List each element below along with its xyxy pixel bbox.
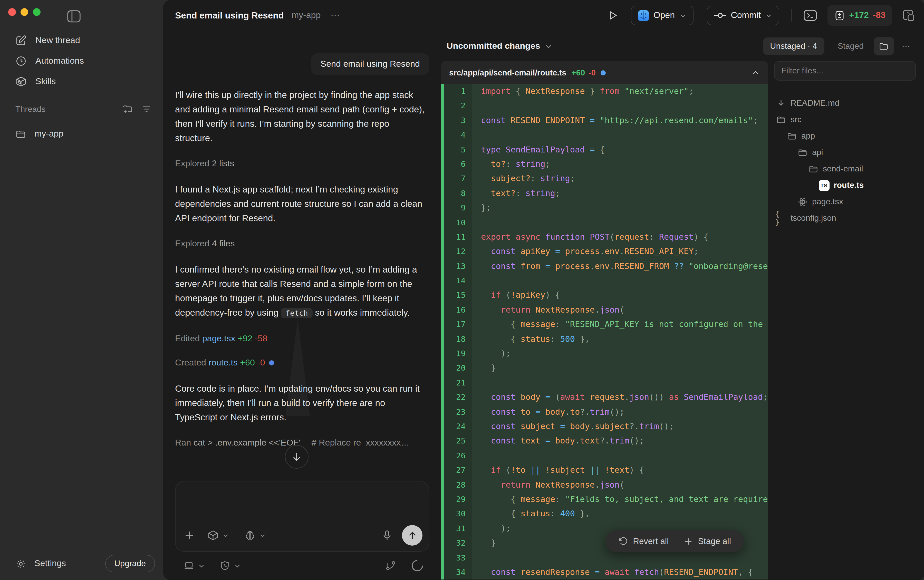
line-number: 21 xyxy=(441,376,472,391)
tree-item-tsconfig.json[interactable]: { }tsconfig.json xyxy=(774,210,916,226)
activity-line: Edited page.tsx +92 -58 xyxy=(175,333,429,344)
code-line: 25 const text = body.text?.trim(); xyxy=(441,434,768,448)
line-number: 28 xyxy=(441,478,472,492)
chevron-down-icon xyxy=(234,562,241,569)
code-line: 8 text?: string; xyxy=(441,186,768,201)
unstaged-tab[interactable]: Unstaged · 4 xyxy=(763,38,824,55)
new-folder-icon[interactable] xyxy=(122,104,133,114)
tree-item-src[interactable]: src xyxy=(774,111,916,128)
sidebar-item-new-thread[interactable]: New thread xyxy=(0,30,163,51)
line-number: 14 xyxy=(441,274,472,288)
git-branch-icon[interactable] xyxy=(385,560,396,571)
changes-region: Uncommitted changes Unstaged · 4 Staged xyxy=(441,31,924,580)
file-view-toggle[interactable] xyxy=(873,37,894,56)
code-text: const subject = body.subject?.trim(); xyxy=(472,419,768,434)
sidebar-item-automations[interactable]: Automations xyxy=(0,51,163,71)
agent-selector[interactable] xyxy=(219,560,241,571)
code-line: 34 const resendResponse = await fetch(RE… xyxy=(441,565,768,580)
upgrade-button[interactable]: Upgrade xyxy=(105,555,155,572)
filter-threads-icon[interactable] xyxy=(141,104,152,114)
text-run: 2 lists xyxy=(212,158,234,168)
line-number: 15 xyxy=(441,288,472,303)
attach-plus-icon[interactable] xyxy=(184,530,195,541)
environment-selector[interactable] xyxy=(183,560,205,571)
commit-button[interactable]: Commit xyxy=(707,6,779,25)
mic-icon[interactable] xyxy=(381,530,393,541)
activity-line: Explored 2 lists xyxy=(175,158,429,170)
zoom-window-button[interactable] xyxy=(33,8,41,16)
folder-icon xyxy=(797,147,808,158)
filter-files-input[interactable] xyxy=(774,61,916,81)
code-diff-area: 1import { NextResponse } from "next/serv… xyxy=(441,84,768,580)
file-link[interactable]: route.ts xyxy=(208,358,237,367)
braces-glyph: { } xyxy=(775,210,786,226)
send-button[interactable] xyxy=(402,525,422,545)
folder-icon xyxy=(879,41,889,51)
code-text: { message: "RESEND_API_KEY is not config… xyxy=(472,318,768,332)
sidebar-item-label: Skills xyxy=(35,76,56,87)
code-text: const text = body.text?.trim(); xyxy=(472,434,768,448)
code-text: const apiKey = process.env.RESEND_API_KE… xyxy=(472,245,768,259)
line-number: 25 xyxy=(441,434,472,448)
line-number: 13 xyxy=(441,259,472,274)
diff-stats-badge[interactable]: +172 -83 xyxy=(827,5,892,26)
code-text: export async function POST(request: Requ… xyxy=(472,230,768,245)
settings-button[interactable]: Settings xyxy=(0,558,105,569)
collapse-chevron-icon[interactable] xyxy=(751,69,760,77)
code-line: 3const RESEND_ENDPOINT = "https://api.re… xyxy=(441,114,768,128)
line-number: 4 xyxy=(441,128,472,142)
tree-item-app[interactable]: app xyxy=(774,128,916,144)
new-thread-icon xyxy=(15,35,27,46)
line-number: 10 xyxy=(441,215,472,230)
tree-item-label: README.md xyxy=(791,99,839,108)
tree-item-label: send-email xyxy=(823,164,863,173)
text-run: +92 xyxy=(235,334,252,343)
line-number: 6 xyxy=(441,157,472,172)
code-text: ); xyxy=(472,346,768,361)
reasoning-selector[interactable] xyxy=(244,530,266,541)
line-number: 2 xyxy=(441,99,472,114)
run-icon[interactable] xyxy=(607,10,619,21)
download-icon xyxy=(775,97,786,109)
changes-menu-ellipsis[interactable]: ⋯ xyxy=(902,41,911,51)
code-line: 17 { message: "RESEND_API_KEY is not con… xyxy=(441,318,768,332)
chat-input[interactable] xyxy=(183,489,422,524)
code-line: 6 to?: string; xyxy=(441,157,768,172)
diff-file-header[interactable]: src/app/api/send-email/route.ts +60 -0 xyxy=(441,61,768,84)
model-selector[interactable] xyxy=(208,530,229,541)
user-message-bubble: Send email using Resend xyxy=(311,53,429,75)
settings-label: Settings xyxy=(35,559,66,569)
sidebar-item-skills[interactable]: Skills xyxy=(0,71,163,92)
code-line: 7 subject?: string; xyxy=(441,172,768,186)
tree-item-api[interactable]: api xyxy=(774,144,916,161)
scroll-to-bottom-button[interactable] xyxy=(285,445,308,469)
unsaved-dot xyxy=(601,70,606,75)
minimize-window-button[interactable] xyxy=(21,8,28,16)
diff-file-card: src/app/api/send-email/route.ts +60 -0 1… xyxy=(441,61,768,580)
tree-item-page.tsx[interactable]: page.tsx xyxy=(774,193,916,210)
file-link[interactable]: page.tsx xyxy=(202,334,236,343)
revert-all-button[interactable]: Revert all xyxy=(619,536,669,546)
chat-input-box xyxy=(175,481,429,552)
tree-item-route.ts[interactable]: TSroute.ts xyxy=(774,177,916,193)
sidebar-toggle-icon[interactable] xyxy=(67,10,81,23)
stage-all-button[interactable]: Stage all xyxy=(684,536,731,546)
activity-line: Explored 4 files xyxy=(175,238,429,249)
thread-menu-ellipsis[interactable]: ⋯ xyxy=(330,10,341,21)
thread-item-my-app[interactable]: my-app xyxy=(0,125,163,143)
window-controls xyxy=(8,8,41,16)
terminal-icon[interactable] xyxy=(803,9,817,21)
tree-item-send-email[interactable]: send-email xyxy=(774,161,916,177)
staged-tab[interactable]: Staged xyxy=(838,41,864,51)
file-path: src/app/api/send-email/route.ts xyxy=(449,68,567,77)
text-run: # Replace re_xxxxxxxx… xyxy=(311,438,410,448)
ts-icon: TS xyxy=(818,180,830,191)
close-window-button[interactable] xyxy=(8,8,16,16)
tree-item-label: tsconfig.json xyxy=(791,214,836,223)
tree-item-README.md[interactable]: README.md xyxy=(774,95,916,111)
open-button[interactable]: Open xyxy=(631,6,693,25)
new-window-icon[interactable] xyxy=(902,9,915,22)
changes-title[interactable]: Uncommitted changes xyxy=(446,41,540,51)
diff-actions-pill: Revert all Stage all xyxy=(606,530,744,552)
text-run: -0 xyxy=(255,358,265,367)
